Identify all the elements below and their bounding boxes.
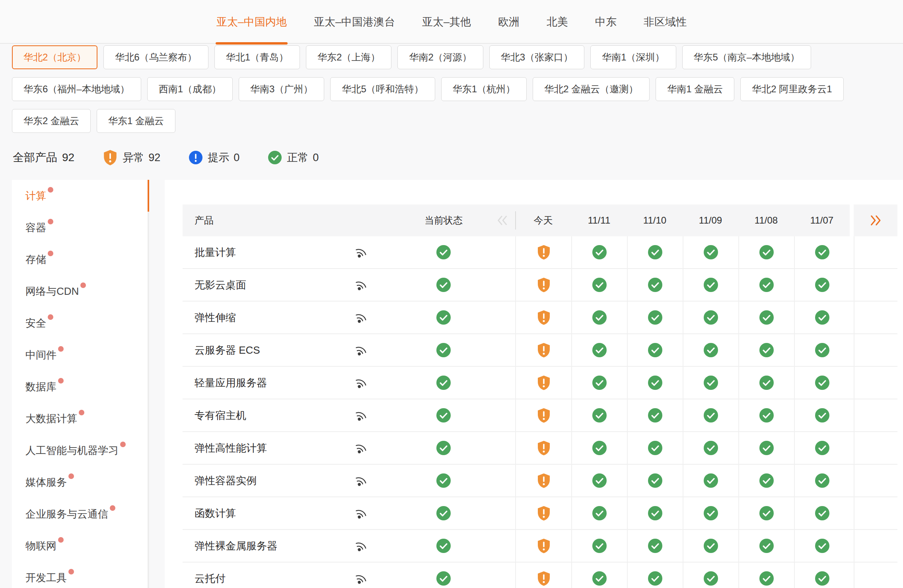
product-cell: 轻量应用服务器: [183, 367, 398, 399]
column-header-date: 11/11: [571, 204, 627, 236]
table-row: 批量计算: [183, 236, 897, 269]
product-name: 弹性裸金属服务器: [195, 539, 277, 553]
region-button[interactable]: 华东1（杭州）: [441, 77, 527, 101]
region-group-tab[interactable]: 中东: [594, 0, 617, 44]
region-button[interactable]: 华北3（张家口）: [489, 45, 584, 69]
table-row: 弹性伸缩: [183, 302, 897, 334]
expand-spacer-cell: [854, 236, 897, 269]
subscribe-icon[interactable]: [355, 344, 367, 356]
product-name: 无影云桌面: [195, 278, 246, 292]
sidebar-item[interactable]: 存储: [12, 243, 149, 275]
region-button[interactable]: 华东6（福州–本地地域）: [12, 77, 141, 101]
sidebar-item[interactable]: 中间件: [12, 339, 149, 371]
region-group-tab[interactable]: 欧洲: [497, 0, 520, 44]
summary-bar: 全部产品 92 异常92提示0正常0: [13, 148, 319, 167]
region-button[interactable]: 华东5（南京–本地地域）: [682, 45, 812, 69]
row-gap-cell: [850, 497, 854, 530]
sidebar-item[interactable]: 开发工具: [12, 562, 149, 588]
history-status-icon: [627, 269, 683, 302]
region-group-tab[interactable]: 非区域性: [643, 0, 687, 44]
region-button[interactable]: 西南1（成都）: [147, 77, 233, 101]
alert-dot: [80, 282, 86, 288]
category-sidebar: 计算容器存储网络与CDN安全中间件数据库大数据计算人工智能与机器学习媒体服务企业…: [12, 180, 149, 588]
subscribe-icon[interactable]: [355, 572, 367, 584]
subscribe-icon[interactable]: [355, 409, 367, 421]
today-status-icon: [515, 302, 571, 334]
alert-dot: [68, 569, 74, 574]
region-button[interactable]: 华南3（广州）: [239, 77, 324, 101]
region-button[interactable]: 华南1 金融云: [656, 77, 734, 101]
subscribe-icon[interactable]: [355, 442, 367, 454]
region-button[interactable]: 华北6（乌兰察布）: [103, 45, 208, 69]
history-status-icon: [683, 563, 738, 588]
history-status-icon: [794, 302, 850, 334]
alert-dot: [120, 442, 126, 447]
table-row: 弹性裸金属服务器: [183, 530, 897, 563]
region-group-tab[interactable]: 亚太–其他: [421, 0, 472, 44]
expand-spacer-cell: [854, 399, 897, 432]
region-button[interactable]: 华南1（深圳）: [590, 45, 676, 69]
history-status-icon: [683, 367, 738, 399]
history-status-icon: [683, 465, 738, 497]
column-header-product: 产品: [183, 204, 398, 236]
expand-spacer-cell: [854, 563, 897, 588]
collapse-columns-button[interactable]: [489, 204, 515, 236]
sidebar-scroll-track[interactable]: [148, 180, 149, 588]
table-row: 无影云桌面: [183, 269, 897, 302]
subscribe-icon[interactable]: [355, 540, 367, 552]
sidebar-item[interactable]: 媒体服务: [12, 466, 149, 498]
region-group-tab[interactable]: 亚太–中国内地: [216, 0, 288, 44]
region-button[interactable]: 华北2 阿里政务云1: [740, 77, 843, 101]
current-status-icon: [398, 432, 489, 465]
alert-dot: [58, 378, 64, 384]
collapse-spacer-cell: [489, 399, 515, 432]
sidebar-item[interactable]: 容器: [12, 212, 149, 243]
sidebar-item[interactable]: 人工智能与机器学习: [12, 434, 149, 466]
today-status-icon: [515, 563, 571, 588]
region-group-tab[interactable]: 亚太–中国港澳台: [313, 0, 396, 44]
sidebar-item[interactable]: 企业服务与云通信: [12, 498, 149, 530]
status-table-panel: 产品 当前状态 今天 11/11 11/10 11/09 11/08 11/07…: [165, 180, 903, 588]
subscribe-icon[interactable]: [355, 377, 367, 389]
region-button[interactable]: 华东2（上海）: [306, 45, 391, 69]
history-status-icon: [683, 399, 738, 432]
subscribe-icon[interactable]: [355, 246, 367, 258]
subscribe-icon[interactable]: [355, 475, 367, 487]
region-button[interactable]: 华南2（河源）: [397, 45, 483, 69]
sidebar-item[interactable]: 物联网: [12, 530, 149, 562]
check-icon: [268, 151, 282, 164]
collapse-spacer-cell: [489, 530, 515, 563]
region-button[interactable]: 华北2 金融云（邀测）: [533, 77, 650, 101]
region-button[interactable]: 华北1（青岛）: [214, 45, 300, 69]
sidebar-item[interactable]: 数据库: [12, 371, 149, 403]
shield-icon: [103, 150, 117, 166]
status-counter-label: 正常: [287, 150, 308, 165]
subscribe-icon[interactable]: [355, 507, 367, 519]
sidebar-item[interactable]: 大数据计算: [12, 403, 149, 434]
status-counter-count: 0: [313, 152, 319, 164]
table-row: 函数计算: [183, 497, 897, 530]
history-status-icon: [738, 530, 794, 563]
region-button[interactable]: 华北5（呼和浩特）: [330, 77, 435, 101]
today-status-icon: [515, 399, 571, 432]
sidebar-item[interactable]: 网络与CDN: [12, 275, 149, 307]
sidebar-item[interactable]: 计算: [12, 180, 149, 212]
collapse-spacer-cell: [489, 367, 515, 399]
region-group-tabs: 亚太–中国内地亚太–中国港澳台亚太–其他欧洲北美中东非区域性: [216, 0, 687, 43]
region-button[interactable]: 华东2 金融云: [12, 109, 91, 133]
sidebar-item[interactable]: 安全: [12, 307, 149, 339]
row-gap-cell: [850, 432, 854, 465]
region-group-tab[interactable]: 北美: [546, 0, 569, 44]
today-status-icon: [515, 530, 571, 563]
expand-columns-button[interactable]: [854, 204, 897, 236]
subscribe-icon[interactable]: [355, 279, 367, 291]
region-button[interactable]: 华东1 金融云: [97, 109, 175, 133]
region-button[interactable]: 华北2（北京）: [12, 45, 97, 69]
table-row: 云服务器 ECS: [183, 334, 897, 367]
product-name: 弹性容器实例: [195, 474, 257, 488]
alert-dot: [79, 410, 84, 415]
subscribe-icon[interactable]: [355, 312, 367, 323]
row-gap-cell: [850, 563, 854, 588]
today-status-icon: [515, 367, 571, 399]
expand-spacer-cell: [854, 302, 897, 334]
